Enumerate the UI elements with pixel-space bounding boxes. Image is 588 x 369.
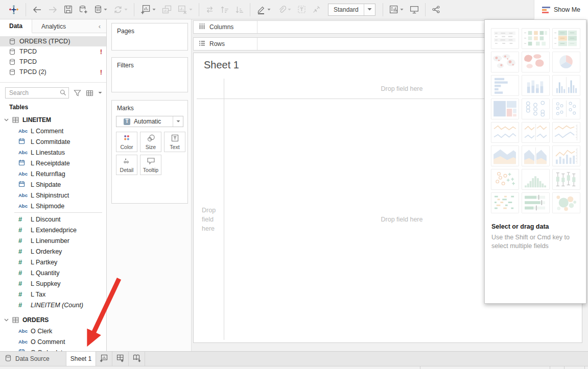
size-button[interactable]: Size [140,132,161,152]
detail-button[interactable]: Detail [116,155,137,175]
chart-continuous-lines-icon[interactable] [491,122,519,143]
field-item[interactable]: L Shipdate [0,179,106,190]
swap-rows-columns-button[interactable] [202,2,217,17]
mark-type-dropdown[interactable]: Automatic [116,116,183,127]
new-worksheet-button[interactable] [96,352,112,366]
chart-horizontal-bars-icon[interactable] [491,75,519,96]
field-item[interactable]: #L Tax [0,289,106,300]
tab-sheet-1[interactable]: Sheet 1 [66,352,96,366]
new-story-button[interactable] [129,352,145,366]
save-button[interactable] [61,2,76,17]
view-options-caret-icon[interactable] [98,91,102,94]
fit-mode-selector[interactable]: Standard [328,4,375,16]
search-field[interactable] [6,88,59,97]
field-label: L Extendedprice [31,227,77,234]
fix-axes-button[interactable] [309,2,324,17]
field-item[interactable]: #LINEITEM (Count) [0,300,106,310]
show-mark-labels-button[interactable] [294,2,309,17]
duplicate-sheet-button[interactable] [159,2,175,17]
chart-stacked-bars-icon[interactable] [522,75,550,96]
tab-data-source[interactable]: Data Source [0,352,66,366]
field-item[interactable]: #L Extendedprice [0,225,106,235]
chart-heat-map-icon[interactable] [552,28,580,49]
field-item[interactable]: #L Linenumber [0,235,106,246]
chart-dual-combination-icon[interactable] [552,145,580,166]
share-button[interactable] [429,2,443,17]
new-worksheet-button[interactable] [137,2,159,17]
chart-box-and-whisker-icon[interactable] [552,169,580,190]
presentation-mode-button[interactable] [407,2,422,17]
field-item[interactable]: AbcL Shipmode [0,201,106,211]
chart-pie-chart-icon[interactable] [552,52,580,72]
view-options-icon[interactable] [86,90,93,96]
database-icon [9,69,15,76]
field-item[interactable]: #L Discount [0,214,106,225]
field-item[interactable]: AbcO Clerk [0,326,106,336]
datasource-item[interactable]: ORDERS (TPCD) [0,36,106,46]
tooltip-button[interactable]: Tooltip [140,155,161,175]
clear-sheet-button[interactable] [175,2,196,17]
field-item[interactable]: #L Partkey [0,257,106,267]
datasource-item[interactable]: TPCD (2)! [0,67,106,77]
chart-histogram-icon[interactable] [522,169,550,190]
chart-discrete-lines-icon[interactable] [522,122,550,143]
field-item[interactable]: AbcL Comment [0,126,106,136]
table-group-lineitem[interactable]: LINEITEM [0,114,106,126]
chart-gantt-icon[interactable] [491,192,519,213]
field-item[interactable]: L Receiptdate [0,158,106,168]
tab-data[interactable]: Data [0,19,32,33]
undo-arrow-button[interactable] [29,2,45,17]
field-item[interactable]: AbcL Shipinstruct [0,190,106,201]
chart-discrete-area-icon[interactable] [522,145,550,166]
field-item[interactable]: AbcO Comment [0,336,106,347]
datasource-item[interactable]: TPCD! [0,46,106,57]
datasource-item[interactable]: TPCD [0,57,106,67]
highlight-button[interactable] [253,2,274,17]
chart-scatter-plot-icon[interactable] [491,169,519,190]
chart-bullet-graph-icon[interactable] [522,192,550,213]
group-members-button[interactable] [274,2,294,17]
color-button[interactable]: Color [116,132,137,152]
text-button[interactable]: Text [164,132,185,152]
chart-side-by-side-bars-icon[interactable] [552,75,580,96]
number-field-icon: # [18,301,22,309]
filters-shelf[interactable]: Filters [111,57,188,92]
sort-descending-button[interactable] [232,2,247,17]
fit-mode-caret-icon [364,4,375,15]
filter-fields-icon[interactable] [74,89,81,97]
field-label: L Orderkey [31,248,62,255]
field-item[interactable]: #L Suppkey [0,278,106,289]
drop-zone-rows[interactable]: Drop field here [197,99,224,340]
chart-packed-bubbles-icon[interactable] [552,192,580,213]
field-item[interactable]: AbcL Linestatus [0,147,106,158]
chart-circle-views-icon[interactable] [522,99,550,119]
field-item[interactable]: L Commitdate [0,136,106,147]
new-dashboard-button[interactable] [112,352,129,366]
chart-filled-map-icon[interactable] [522,52,550,72]
field-item[interactable]: AbcL Returnflag [0,168,106,179]
chart-highlight-table-icon[interactable] [522,28,550,49]
database-icon [9,38,15,45]
search-input[interactable] [5,87,69,99]
pages-shelf[interactable]: Pages [111,23,188,51]
chart-dual-lines-icon[interactable] [552,122,580,143]
table-group-orders[interactable]: ORDERS [0,314,106,326]
tab-analytics[interactable]: Analytics [32,19,75,33]
show-me-button[interactable]: Show Me [534,0,588,19]
pause-auto-updates-button[interactable] [91,2,110,17]
new-data-source-button[interactable] [76,2,91,17]
chart-continuous-area-icon[interactable] [491,145,519,166]
field-label: L Linestatus [31,149,65,156]
chart-text-table-icon[interactable] [491,28,519,49]
duplicate-sheet-icon [162,5,172,14]
show-hide-cards-button[interactable] [386,2,407,17]
chart-side-by-side-circles-icon[interactable] [552,99,580,119]
redo-arrow-button[interactable] [45,2,61,17]
field-item[interactable]: #L Orderkey [0,246,106,257]
chart-symbol-map-icon[interactable] [491,52,519,72]
collapse-pane-icon[interactable]: ‹ [93,19,106,33]
chart-treemap-icon[interactable] [491,99,519,119]
sort-ascending-button[interactable] [217,2,232,17]
run-auto-updates-button[interactable] [110,2,131,17]
field-item[interactable]: #L Quantity [0,267,106,278]
